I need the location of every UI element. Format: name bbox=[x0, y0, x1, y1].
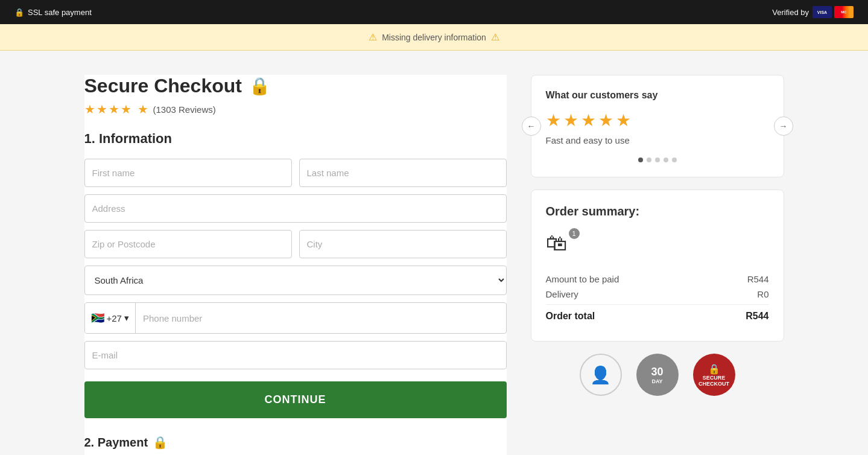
warning-banner: ⚠ Missing delivery information ⚠ bbox=[0, 24, 868, 51]
phone-input[interactable] bbox=[136, 305, 506, 332]
address-row bbox=[84, 194, 507, 223]
dot-5 bbox=[672, 158, 677, 162]
email-row bbox=[84, 341, 507, 369]
top-bar: 🔒 SSL safe payment Verified by VISA MC bbox=[0, 0, 868, 24]
warning-icon-left: ⚠ bbox=[369, 31, 377, 43]
delivery-row: Delivery R0 bbox=[546, 289, 769, 299]
amount-value: R544 bbox=[747, 274, 769, 284]
reviews-card: What our customers say ★★★★★ Fast and ea… bbox=[531, 75, 784, 177]
city-input[interactable] bbox=[299, 230, 507, 258]
secure-lock-icon: 🔒 bbox=[708, 363, 720, 375]
order-total-row: Order total R544 bbox=[546, 304, 769, 322]
section-information-title: 1. Information bbox=[84, 131, 507, 147]
order-item: 🛍 1 bbox=[546, 231, 769, 262]
thirty-day-badge: 30 DAY bbox=[636, 354, 679, 396]
total-label: Order total bbox=[546, 311, 595, 322]
support-icon: 👤 bbox=[590, 365, 611, 385]
continue-button[interactable]: CONTINUE bbox=[84, 381, 507, 418]
dot-2 bbox=[647, 158, 651, 162]
sidebar: What our customers say ★★★★★ Fast and ea… bbox=[531, 75, 784, 396]
review-next-button[interactable]: → bbox=[774, 116, 793, 136]
card-icons: VISA MC bbox=[813, 6, 854, 18]
ssl-label: 🔒 SSL safe payment bbox=[14, 8, 92, 17]
order-summary-title: Order summary: bbox=[546, 205, 769, 218]
checkout-lock-icon: 🔒 bbox=[249, 76, 270, 96]
delivery-value: R0 bbox=[757, 289, 768, 299]
total-value: R544 bbox=[746, 311, 768, 322]
visa-icon: VISA bbox=[813, 6, 832, 18]
address-input[interactable] bbox=[84, 194, 507, 223]
amount-label: Amount to be paid bbox=[546, 274, 619, 284]
review-count: (1303 Reviews) bbox=[153, 104, 216, 115]
support-badge: 👤 bbox=[580, 354, 622, 396]
rating-stars: ★★★★ bbox=[84, 102, 133, 116]
rating-row: ★★★★ ★ (1303 Reviews) bbox=[84, 102, 507, 116]
zip-input[interactable] bbox=[84, 230, 292, 258]
payment-title-text: 2. Payment bbox=[84, 436, 148, 450]
thirty-day-number: 30 bbox=[651, 366, 663, 378]
dot-3 bbox=[655, 158, 660, 162]
secure-checkout-badge: 🔒 SECURE CHECKOUT bbox=[693, 354, 735, 396]
zip-city-row bbox=[84, 230, 507, 258]
review-text: Fast and easy to use bbox=[546, 135, 769, 145]
phone-prefix[interactable]: 🇿🇦 +27 ▾ bbox=[85, 303, 136, 333]
review-stars: ★★★★★ bbox=[546, 110, 769, 130]
first-name-input[interactable] bbox=[84, 159, 292, 187]
payment-section-title: 2. Payment 🔒 bbox=[84, 435, 507, 455]
payment-lock-icon: 🔒 bbox=[153, 435, 168, 450]
phone-code: +27 bbox=[107, 313, 122, 323]
checkout-title-text: Secure Checkout bbox=[84, 75, 242, 97]
phone-dropdown-arrow: ▾ bbox=[124, 313, 129, 323]
name-row bbox=[84, 159, 507, 187]
lock-icon: 🔒 bbox=[14, 8, 24, 17]
bag-icon: 🛍 bbox=[546, 231, 568, 255]
amount-row: Amount to be paid R544 bbox=[546, 274, 769, 284]
review-prev-button[interactable]: ← bbox=[522, 116, 541, 136]
order-summary-card: Order summary: 🛍 1 Amount to be paid R54… bbox=[531, 189, 784, 342]
country-select[interactable]: South Africa United States United Kingdo… bbox=[84, 266, 507, 295]
bag-icon-wrap: 🛍 1 bbox=[546, 231, 577, 262]
email-input[interactable] bbox=[84, 341, 507, 369]
thirty-day-text: DAY bbox=[651, 378, 662, 384]
secure-label: SECURE bbox=[703, 375, 726, 381]
delivery-label: Delivery bbox=[546, 289, 578, 299]
dot-4 bbox=[664, 158, 668, 162]
ssl-text: SSL safe payment bbox=[28, 8, 92, 17]
last-name-input[interactable] bbox=[299, 159, 507, 187]
reviews-card-title: What our customers say bbox=[546, 90, 769, 101]
half-star: ★ bbox=[138, 102, 148, 116]
form-section: Secure Checkout 🔒 ★★★★ ★ (1303 Reviews) … bbox=[84, 75, 507, 455]
main-container: Secure Checkout 🔒 ★★★★ ★ (1303 Reviews) … bbox=[72, 51, 796, 455]
warning-icon-right: ⚠ bbox=[491, 31, 499, 43]
phone-wrapper: 🇿🇦 +27 ▾ bbox=[84, 302, 507, 334]
flag-icon: 🇿🇦 bbox=[91, 311, 104, 325]
secure-sub: CHECKOUT bbox=[699, 381, 729, 387]
dot-1 bbox=[638, 158, 643, 162]
page-title: Secure Checkout 🔒 bbox=[84, 75, 507, 97]
verified-text: Verified by bbox=[772, 8, 809, 17]
warning-text: Missing delivery information bbox=[382, 33, 486, 42]
item-count-badge: 1 bbox=[569, 228, 580, 239]
trust-badges: 👤 30 DAY 🔒 SECURE CHECKOUT bbox=[531, 354, 784, 396]
verified-label: Verified by VISA MC bbox=[772, 6, 854, 18]
review-dots bbox=[546, 158, 769, 162]
mastercard-icon: MC bbox=[834, 6, 854, 18]
